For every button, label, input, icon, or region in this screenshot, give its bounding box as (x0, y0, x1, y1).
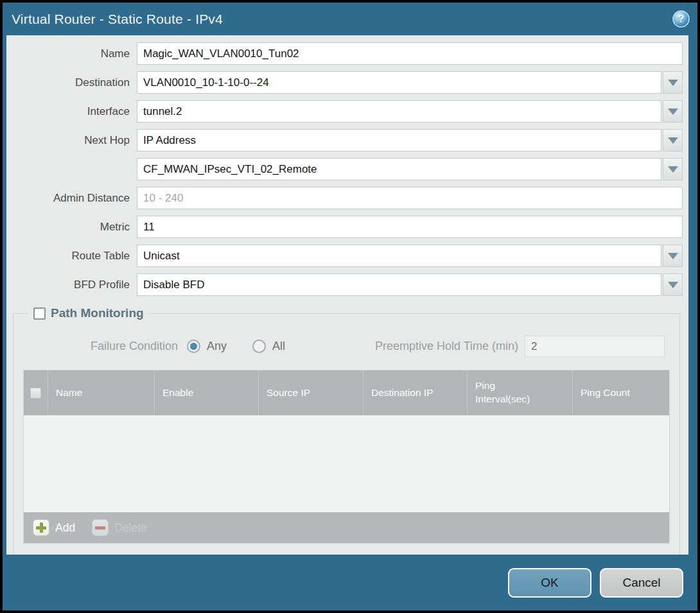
bfd-profile-combo (137, 273, 683, 296)
path-monitoring-section: Path Monitoring Failure Condition Any Al… (13, 306, 680, 555)
table-header-source-ip[interactable]: Source IP (259, 370, 363, 415)
name-fieldwrap (137, 42, 683, 65)
next-hop-combo (137, 129, 683, 151)
bfd-profile-row: BFD Profile (6, 273, 683, 296)
route-table-dropdown-button[interactable] (663, 245, 683, 267)
interface-combo (137, 100, 683, 123)
table-body-empty[interactable] (24, 415, 669, 512)
failure-condition-option-any[interactable]: Any (187, 340, 227, 353)
bfd-profile-dropdown-button[interactable] (663, 273, 683, 296)
name-input[interactable] (137, 42, 683, 65)
admin-distance-row: Admin Distance (6, 187, 683, 209)
add-button-label: Add (55, 521, 75, 535)
admin-distance-fieldwrap (137, 187, 683, 209)
next-hop-dropdown-button[interactable] (663, 129, 683, 151)
destination-row: Destination (6, 71, 683, 94)
route-table-row: Route Table (6, 245, 683, 267)
metric-row: Metric (6, 216, 683, 238)
destination-dropdown-button[interactable] (663, 71, 683, 94)
radio-button-any-icon[interactable] (187, 340, 200, 353)
dialog-title: Virtual Router - Static Route - IPv4 (12, 12, 672, 27)
chevron-down-icon (668, 80, 678, 86)
dialog-window: Virtual Router - Static Route - IPv4 ? N… (3, 3, 697, 610)
table-header-destination-ip[interactable]: Destination IP (363, 370, 468, 415)
column-label-name: Name (56, 387, 82, 399)
column-label-ping-interval: Ping Interval(sec) (475, 379, 536, 406)
name-label: Name (6, 47, 137, 60)
interface-dropdown-button[interactable] (663, 100, 683, 123)
name-row: Name (6, 42, 683, 65)
chevron-down-icon (668, 166, 678, 173)
delete-button-label: Delete (114, 521, 147, 535)
chevron-down-icon (668, 137, 678, 144)
route-table-combo (137, 245, 683, 267)
chevron-down-icon (668, 282, 678, 288)
add-button[interactable]: Add (33, 519, 75, 536)
route-table-input[interactable] (137, 245, 661, 267)
chevron-down-icon (668, 253, 678, 259)
radio-all-label: All (272, 340, 285, 353)
admin-distance-input[interactable] (137, 187, 683, 209)
column-label-source-ip: Source IP (267, 387, 310, 399)
path-monitoring-legend: Path Monitoring (28, 306, 149, 320)
table-footer-bar: Add Delete (24, 512, 669, 543)
delete-button: Delete (92, 519, 147, 536)
dialog-titlebar: Virtual Router - Static Route - IPv4 ? (3, 3, 697, 35)
next-hop-type-input[interactable] (137, 129, 661, 151)
table-header-row: Name Enable Source IP Destination IP Pin… (24, 370, 669, 415)
next-hop-row: Next Hop (6, 129, 683, 151)
plus-icon (33, 519, 49, 536)
bfd-profile-input[interactable] (137, 273, 661, 296)
ok-button[interactable]: OK (508, 568, 591, 598)
table-header-name[interactable]: Name (48, 370, 155, 415)
failure-condition-option-all[interactable]: All (252, 340, 285, 353)
column-label-ping-count: Ping Count (581, 387, 630, 399)
select-all-checkbox[interactable] (30, 388, 41, 399)
table-header-checkbox-cell (24, 370, 48, 415)
preemptive-hold-time-label: Preemptive Hold Time (min) (375, 340, 518, 353)
next-hop-address-combo (137, 158, 683, 180)
failure-condition-label: Failure Condition (23, 340, 187, 353)
help-icon[interactable]: ? (672, 10, 690, 28)
next-hop-address-input[interactable] (137, 158, 661, 180)
cancel-button[interactable]: Cancel (600, 568, 683, 598)
table-header-enable[interactable]: Enable (155, 370, 259, 415)
next-hop-label: Next Hop (6, 134, 137, 147)
admin-distance-label: Admin Distance (6, 192, 137, 205)
metric-label: Metric (6, 221, 137, 234)
column-label-destination-ip: Destination IP (371, 387, 433, 399)
route-table-label: Route Table (6, 250, 137, 263)
failure-condition-row: Failure Condition Any All Preemptive Hol… (23, 336, 670, 357)
bfd-profile-label: BFD Profile (6, 279, 137, 291)
metric-fieldwrap (137, 216, 683, 238)
interface-row: Interface (6, 100, 683, 123)
next-hop-address-dropdown-button[interactable] (663, 158, 683, 180)
minus-icon (92, 519, 109, 536)
path-monitoring-title: Path Monitoring (51, 306, 144, 320)
chevron-down-icon (668, 108, 678, 115)
dialog-footer: OK Cancel (3, 555, 697, 610)
dialog-content: Name Destination Interface Next Hop (6, 35, 688, 555)
destination-label: Destination (6, 76, 137, 89)
destination-input[interactable] (137, 71, 661, 94)
path-monitoring-checkbox[interactable] (33, 307, 46, 320)
table-header-ping-count[interactable]: Ping Count (573, 370, 669, 415)
radio-button-all-icon[interactable] (252, 340, 266, 353)
radio-any-label: Any (207, 340, 227, 353)
column-label-enable: Enable (162, 387, 193, 399)
destination-combo (137, 71, 683, 94)
next-hop-address-row (6, 158, 683, 180)
interface-label: Interface (6, 105, 137, 118)
preemptive-hold-time-input (525, 336, 665, 357)
metric-input[interactable] (137, 216, 683, 238)
path-monitoring-table: Name Enable Source IP Destination IP Pin… (23, 370, 670, 544)
table-header-ping-interval[interactable]: Ping Interval(sec) (468, 370, 573, 415)
interface-input[interactable] (137, 100, 661, 123)
